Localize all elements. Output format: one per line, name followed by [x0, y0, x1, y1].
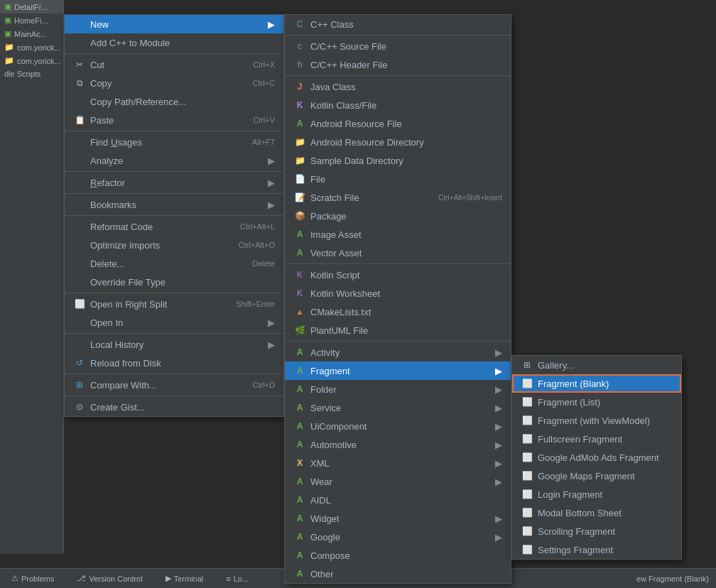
menu-item-activity[interactable]: A Activity ▶	[285, 343, 511, 361]
menu-item-cpp-header[interactable]: h C/C++ Header File	[285, 55, 511, 74]
menu-item-xml[interactable]: X XML ▶	[285, 454, 511, 472]
menu-separator	[65, 293, 283, 293]
reload-icon: ↺	[73, 356, 86, 369]
menu-item-cmake[interactable]: ▲ CMakeLists.txt	[285, 303, 511, 321]
menu-item-label: Kotlin Worksheet	[310, 288, 502, 299]
menu-item-settings-fragment[interactable]: ⬜ Settings Fragment	[512, 540, 681, 559]
sidebar-item-com1[interactable]: 📁 com.yorick...	[0, 40, 63, 54]
compose-icon: A	[293, 549, 306, 562]
copy-path-icon	[73, 95, 86, 108]
menu-item-reformat[interactable]: Reformat Code Ctrl+Alt+L	[65, 217, 283, 236]
sidebar-item-com2[interactable]: 📁 com.yorick...	[0, 54, 63, 67]
modal-icon: ⬜	[521, 506, 533, 519]
menu-item-other[interactable]: A Other	[285, 565, 511, 583]
menu-item-scrolling-fragment[interactable]: ⬜ Scrolling Fragment	[512, 522, 681, 540]
menu-item-cut[interactable]: ✂ Cut Ctrl+X	[65, 55, 283, 74]
menu-item-uicomponent[interactable]: A UiComponent ▶	[285, 417, 511, 435]
status-tab-problems[interactable]: ⚠ Problems	[7, 572, 58, 584]
menu-item-aidl[interactable]: A AIDL	[285, 491, 511, 509]
menu-item-automotive[interactable]: A Automotive ▶	[285, 435, 511, 454]
menu-item-admob-fragment[interactable]: ⬜ Google AdMob Ads Fragment	[512, 448, 681, 467]
menu-item-fragment-list[interactable]: ⬜ Fragment (List)	[512, 393, 681, 411]
menu-item-service[interactable]: A Service ▶	[285, 398, 511, 417]
sidebar-item-scripts[interactable]: dle Scripts	[0, 67, 63, 80]
menu-item-fragment[interactable]: A Fragment ▶	[285, 361, 511, 380]
menu-item-cpp-class[interactable]: C C++ Class	[285, 15, 511, 33]
menu-item-add-cpp[interactable]: Add C++ to Module	[65, 33, 283, 52]
menu-item-gallery[interactable]: ⊞ Gallery...	[512, 356, 681, 374]
menu-item-cpp-source[interactable]: c C/C++ Source File	[285, 37, 511, 55]
menu-item-maps-fragment[interactable]: ⬜ Google Maps Fragment	[512, 467, 681, 485]
menu-item-compare[interactable]: ⊞ Compare With... Ctrl+D	[65, 376, 283, 394]
menu-item-analyze[interactable]: Analyze ▶	[65, 151, 283, 170]
menu-item-label: C/C++ Source File	[310, 41, 502, 52]
menu-item-local-history[interactable]: Local History ▶	[65, 335, 283, 354]
menu-item-label: Android Resource Directory	[310, 137, 502, 148]
menu-item-image-asset[interactable]: A Image Asset	[285, 225, 511, 244]
menu-item-plantuml[interactable]: 🌿 PlantUML File	[285, 321, 511, 339]
menu-item-kotlin-script[interactable]: K Kotlin Script	[285, 266, 511, 284]
menu-item-reload[interactable]: ↺ Reload from Disk	[65, 354, 283, 372]
menu-item-fragment-blank[interactable]: ⬜ Fragment (Blank)	[512, 374, 681, 393]
menu-item-package[interactable]: 📦 Package	[285, 207, 511, 225]
menu-item-refactor[interactable]: Refactor ▶	[65, 173, 283, 192]
menu-item-widget[interactable]: A Widget ▶	[285, 509, 511, 528]
menu-item-new[interactable]: New ▶	[65, 15, 283, 33]
menu-item-google[interactable]: A Google ▶	[285, 528, 511, 546]
menu-item-optimize[interactable]: Optimize Imports Ctrl+Alt+O	[65, 236, 283, 254]
menu-item-delete[interactable]: Delete... Delete	[65, 254, 283, 273]
new-icon	[73, 18, 86, 31]
menu-item-kotlin-class[interactable]: K Kotlin Class/File	[285, 96, 511, 114]
menu-item-label: Folder	[310, 384, 489, 395]
menu-item-file[interactable]: 📄 File	[285, 170, 511, 188]
menu-item-open-in[interactable]: Open In ▶	[65, 313, 283, 332]
menu-item-login-fragment[interactable]: ⬜ Login Fragment	[512, 485, 681, 503]
menu-item-folder[interactable]: A Folder ▶	[285, 380, 511, 398]
menu-item-copy-path[interactable]: Copy Path/Reference...	[65, 92, 283, 111]
menu-item-android-res-dir[interactable]: 📁 Android Resource Directory	[285, 133, 511, 151]
package-icon: 📦	[293, 209, 306, 222]
arrow-icon: ▶	[495, 366, 502, 376]
menu-item-open-right[interactable]: ⬜ Open in Right Split Shift+Enter	[65, 295, 283, 313]
menu-item-find-usages[interactable]: Find Usages Alt+F7	[65, 133, 283, 151]
status-tab-label: Version Control	[89, 575, 142, 583]
shortcut-label: Ctrl+D	[253, 381, 275, 389]
arrow-icon: ▶	[495, 513, 502, 524]
menu-item-scratch-file[interactable]: 📝 Scratch File Ctrl+Alt+Shift+Insert	[285, 188, 511, 207]
menu-item-android-resource-file[interactable]: A Android Resource File	[285, 114, 511, 133]
status-tab-log[interactable]: ≡ Lo...	[222, 573, 253, 584]
menu-item-paste[interactable]: 📋 Paste Ctrl+V	[65, 111, 283, 129]
compare-icon: ⊞	[73, 379, 86, 391]
kotlin-class-icon: K	[293, 99, 306, 111]
status-tab-version-control[interactable]: ⎇ Version Control	[72, 572, 146, 584]
menu-item-compose[interactable]: A Compose	[285, 546, 511, 565]
menu-item-fragment-viewmodel[interactable]: ⬜ Fragment (with ViewModel)	[512, 411, 681, 430]
analyze-icon	[73, 154, 86, 167]
status-tab-terminal[interactable]: ▶ Terminal	[161, 572, 208, 584]
menu-item-kotlin-worksheet[interactable]: K Kotlin Worksheet	[285, 284, 511, 303]
menu-item-modal-bottom-sheet[interactable]: ⬜ Modal Bottom Sheet	[512, 503, 681, 522]
menu-item-bookmarks[interactable]: Bookmarks ▶	[65, 195, 283, 214]
menu-item-sample-data-dir[interactable]: 📁 Sample Data Directory	[285, 151, 511, 170]
menu-item-label: XML	[310, 458, 489, 469]
status-tab-label: Lo...	[234, 575, 249, 583]
menu-separator	[65, 396, 283, 396]
sample-data-icon: 📁	[293, 154, 306, 167]
menu-item-vector-asset[interactable]: A Vector Asset	[285, 244, 511, 262]
menu-item-wear[interactable]: A Wear ▶	[285, 472, 511, 491]
menu-item-java-class[interactable]: J Java Class	[285, 77, 511, 96]
sidebar-item-mainac[interactable]: ▣ MainAc...	[0, 27, 63, 40]
activity-icon: A	[293, 346, 306, 359]
sidebar-item-homefi[interactable]: ▣ HomeFi...	[0, 13, 63, 27]
scratch-file-icon: 📝	[293, 191, 306, 204]
menu-item-label: Google AdMob Ads Fragment	[538, 452, 673, 463]
menu-item-label: Refactor	[90, 178, 262, 188]
menu-item-label: Vector Asset	[310, 248, 502, 258]
menu-item-fullscreen-fragment[interactable]: ⬜ Fullscreen Fragment	[512, 430, 681, 448]
menu-item-copy[interactable]: ⧉ Copy Ctrl+C	[65, 74, 283, 92]
menu-item-label: Paste	[90, 115, 239, 126]
menu-item-override-type[interactable]: Override File Type	[65, 273, 283, 291]
menu-item-create-gist[interactable]: ⊙ Create Gist...	[65, 398, 283, 416]
arrow-icon: ▶	[268, 178, 275, 188]
sidebar-item-detailfr[interactable]: ▣ DetailFr...	[0, 0, 63, 13]
